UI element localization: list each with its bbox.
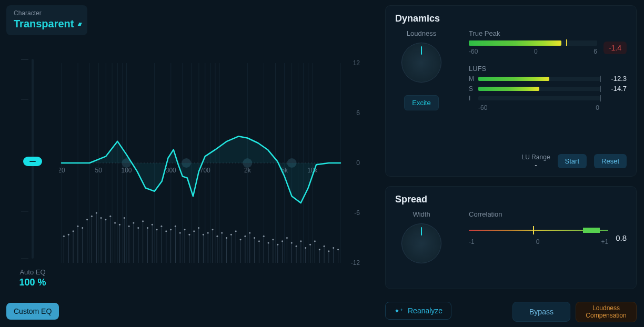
- lufs-meters: M-12.3S-14.7I: [469, 75, 627, 102]
- svg-text:-6: -6: [354, 209, 360, 217]
- svg-text:300: 300: [166, 167, 176, 174]
- lufs-row-M: M-12.3: [469, 75, 627, 83]
- correlation-reading: 0.8: [616, 233, 627, 242]
- start-button[interactable]: Start: [558, 154, 587, 168]
- svg-text:2k: 2k: [244, 167, 251, 174]
- svg-point-135: [268, 242, 269, 244]
- svg-text:6: 6: [356, 109, 360, 117]
- svg-point-97: [179, 232, 181, 234]
- svg-point-155: [314, 240, 316, 242]
- svg-point-69: [114, 222, 116, 224]
- lu-range-value: -: [522, 161, 550, 169]
- bypass-button[interactable]: Bypass: [512, 302, 570, 322]
- sparkles-icon: ✦⁺: [394, 307, 404, 315]
- auto-eq-label: Auto EQ: [12, 268, 54, 276]
- svg-point-141: [281, 240, 283, 242]
- svg-point-63: [100, 217, 102, 219]
- eq-chart[interactable]: 20501003007002k5k10k1260-6-12: [59, 58, 364, 268]
- svg-text:12: 12: [353, 59, 360, 67]
- svg-point-131: [258, 240, 260, 242]
- svg-point-65: [105, 219, 106, 220]
- svg-point-73: [124, 217, 125, 219]
- dynamics-panel: Dynamics Loudness Excite True Peak -6006…: [385, 5, 637, 177]
- loudness-label: Loudness: [395, 29, 448, 37]
- svg-point-101: [188, 234, 190, 236]
- svg-point-127: [249, 232, 250, 234]
- true-peak-label: True Peak: [469, 29, 627, 37]
- fader-thumb[interactable]: [23, 157, 42, 166]
- spread-title: Spread: [395, 194, 627, 205]
- svg-point-123: [240, 239, 242, 240]
- svg-point-119: [230, 234, 232, 236]
- true-peak-scale: -6006: [469, 48, 597, 55]
- correlation-meter: [469, 230, 608, 231]
- svg-point-79: [137, 227, 139, 229]
- svg-point-143: [286, 237, 288, 239]
- svg-point-49: [68, 234, 69, 236]
- svg-point-47: [63, 236, 65, 237]
- excite-button[interactable]: Excite: [404, 95, 438, 110]
- character-value: Transparent: [14, 18, 74, 30]
- svg-text:100: 100: [121, 167, 132, 174]
- loudness-compensation-button[interactable]: Loudness Compensation: [576, 302, 637, 322]
- lufs-label: LUFS: [469, 65, 627, 73]
- svg-point-121: [235, 230, 237, 232]
- reanalyze-label: Reanalyze: [408, 306, 442, 315]
- correlation-scale: -10+1: [469, 238, 608, 246]
- svg-text:50: 50: [95, 167, 103, 174]
- svg-point-157: [319, 249, 320, 250]
- svg-point-149: [300, 240, 301, 242]
- svg-point-165: [337, 249, 339, 250]
- svg-point-113: [216, 236, 218, 237]
- svg-point-83: [147, 227, 148, 229]
- custom-eq-button[interactable]: Custom EQ: [6, 303, 59, 320]
- loudness-knob[interactable]: [401, 43, 441, 83]
- svg-point-161: [328, 250, 329, 252]
- auto-eq-readout: Auto EQ 100 %: [12, 268, 54, 288]
- svg-point-115: [221, 232, 223, 234]
- svg-point-75: [128, 226, 130, 227]
- svg-point-153: [309, 244, 311, 246]
- svg-point-147: [296, 246, 297, 247]
- svg-text:20: 20: [59, 167, 65, 174]
- svg-point-103: [193, 230, 195, 232]
- svg-point-145: [291, 242, 293, 244]
- svg-point-57: [86, 219, 88, 220]
- svg-point-99: [184, 229, 186, 230]
- svg-point-93: [170, 229, 172, 230]
- dynamics-title: Dynamics: [395, 13, 627, 24]
- svg-point-139: [277, 244, 278, 246]
- svg-point-129: [254, 237, 255, 239]
- loud-comp-line2: Compensation: [586, 312, 626, 319]
- svg-point-107: [203, 234, 204, 236]
- svg-point-117: [226, 237, 227, 239]
- auto-eq-fader[interactable]: [22, 59, 43, 274]
- true-peak-reading: -1.4: [603, 42, 627, 54]
- character-label: Character: [14, 9, 80, 17]
- character-selector[interactable]: Character Transparent ▴▾: [6, 5, 87, 35]
- svg-point-71: [119, 224, 120, 226]
- svg-point-85: [152, 224, 153, 226]
- lufs-row-I: I: [469, 95, 627, 102]
- svg-point-163: [333, 247, 334, 249]
- svg-point-151: [305, 247, 306, 249]
- reset-button[interactable]: Reset: [594, 154, 627, 168]
- auto-eq-value: 100 %: [12, 277, 54, 288]
- spread-panel: Spread Width Correlation -10+1 0.8: [385, 186, 637, 289]
- loud-comp-line1: Loudness: [592, 304, 620, 312]
- svg-point-77: [133, 222, 134, 224]
- lu-range-label: LU Range: [522, 154, 550, 161]
- svg-point-55: [82, 227, 83, 229]
- svg-point-81: [142, 220, 144, 222]
- svg-text:-12: -12: [351, 259, 360, 267]
- width-knob[interactable]: [401, 223, 441, 263]
- svg-text:0: 0: [356, 159, 360, 167]
- svg-point-91: [165, 230, 167, 232]
- svg-point-125: [244, 236, 246, 237]
- svg-text:700: 700: [200, 167, 210, 174]
- lufs-row-S: S-14.7: [469, 85, 627, 93]
- svg-point-105: [198, 227, 199, 229]
- svg-point-89: [160, 226, 162, 227]
- reanalyze-button[interactable]: ✦⁺ Reanalyze: [385, 302, 451, 320]
- svg-point-61: [96, 212, 97, 214]
